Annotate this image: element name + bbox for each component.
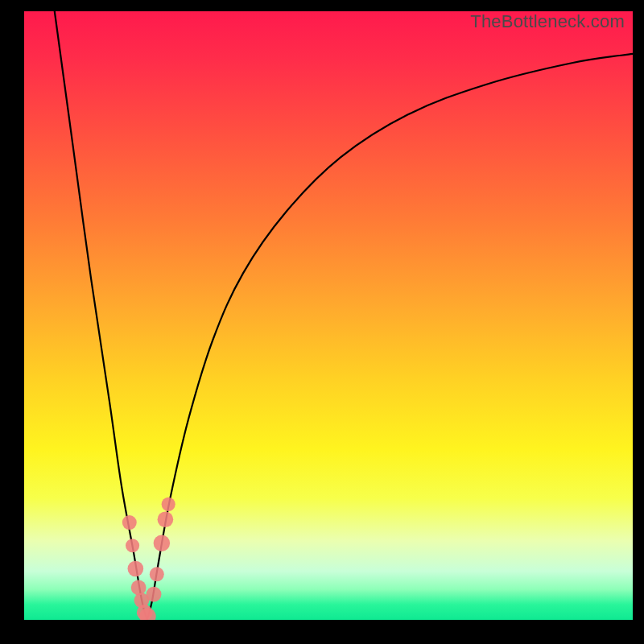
curve-layer (55, 11, 633, 620)
data-marker (147, 587, 162, 602)
series-right-branch (147, 54, 633, 620)
data-marker (131, 580, 147, 596)
data-marker (158, 511, 174, 527)
curve-svg (24, 11, 633, 620)
data-marker (150, 567, 164, 581)
data-marker (162, 497, 175, 511)
data-marker (128, 561, 144, 577)
watermark-label: TheBottleneck.com (470, 11, 625, 32)
chart-frame: TheBottleneck.com (0, 0, 644, 644)
data-marker (126, 539, 139, 552)
data-marker (122, 515, 137, 530)
marker-layer (122, 497, 175, 620)
data-marker (154, 535, 170, 551)
plot-area: TheBottleneck.com (24, 11, 633, 620)
